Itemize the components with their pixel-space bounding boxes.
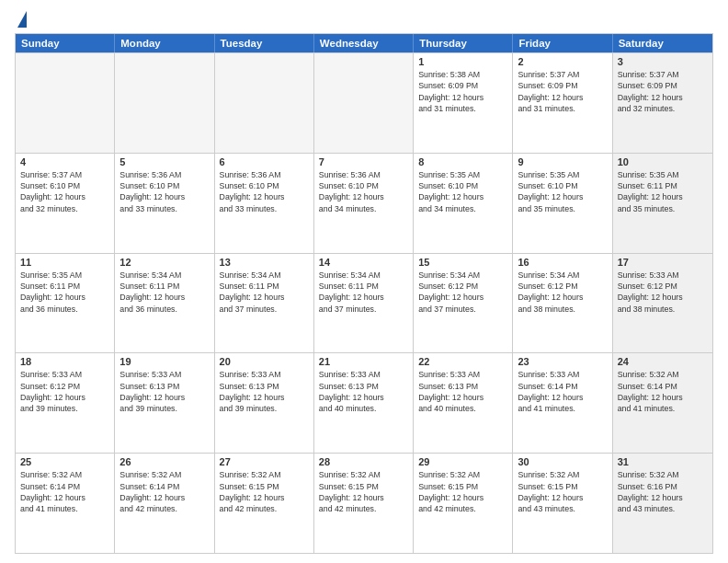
cell-info: Sunrise: 5:33 AM Sunset: 6:14 PM Dayligh… <box>518 369 607 414</box>
calendar-row: 4Sunrise: 5:37 AM Sunset: 6:10 PM Daylig… <box>16 153 712 253</box>
day-number: 16 <box>518 257 607 268</box>
calendar-header: SundayMondayTuesdayWednesdayThursdayFrid… <box>16 34 712 52</box>
calendar-cell: 18Sunrise: 5:33 AM Sunset: 6:12 PM Dayli… <box>16 353 115 453</box>
day-number: 10 <box>618 156 708 167</box>
cell-info: Sunrise: 5:32 AM Sunset: 6:15 PM Dayligh… <box>418 469 507 514</box>
day-number: 1 <box>418 56 507 67</box>
cell-info: Sunrise: 5:35 AM Sunset: 6:11 PM Dayligh… <box>618 169 708 214</box>
calendar-cell: 15Sunrise: 5:34 AM Sunset: 6:12 PM Dayli… <box>414 254 513 353</box>
calendar-cell: 2Sunrise: 5:37 AM Sunset: 6:09 PM Daylig… <box>513 53 612 153</box>
calendar-cell: 4Sunrise: 5:37 AM Sunset: 6:10 PM Daylig… <box>16 154 115 253</box>
calendar-cell: 26Sunrise: 5:32 AM Sunset: 6:14 PM Dayli… <box>115 454 214 553</box>
cell-info: Sunrise: 5:34 AM Sunset: 6:11 PM Dayligh… <box>319 270 408 315</box>
day-number: 9 <box>518 156 607 167</box>
cell-info: Sunrise: 5:32 AM Sunset: 6:15 PM Dayligh… <box>518 469 607 514</box>
calendar-cell: 3Sunrise: 5:37 AM Sunset: 6:09 PM Daylig… <box>613 53 712 153</box>
calendar-cell: 29Sunrise: 5:32 AM Sunset: 6:15 PM Dayli… <box>414 454 513 553</box>
cell-info: Sunrise: 5:34 AM Sunset: 6:12 PM Dayligh… <box>418 270 507 315</box>
day-number: 27 <box>220 456 309 467</box>
weekday-header: Sunday <box>16 34 115 52</box>
cell-info: Sunrise: 5:33 AM Sunset: 6:13 PM Dayligh… <box>418 369 507 414</box>
calendar-cell: 27Sunrise: 5:32 AM Sunset: 6:15 PM Dayli… <box>215 454 314 553</box>
day-number: 18 <box>20 356 109 367</box>
day-number: 22 <box>418 356 507 367</box>
day-number: 19 <box>119 356 209 367</box>
cell-info: Sunrise: 5:32 AM Sunset: 6:15 PM Dayligh… <box>319 469 408 514</box>
cell-info: Sunrise: 5:37 AM Sunset: 6:09 PM Dayligh… <box>618 69 708 114</box>
weekday-header: Monday <box>115 34 214 52</box>
cell-info: Sunrise: 5:34 AM Sunset: 6:11 PM Dayligh… <box>119 270 209 315</box>
day-number: 15 <box>418 257 507 268</box>
calendar-cell: 5Sunrise: 5:36 AM Sunset: 6:10 PM Daylig… <box>115 154 214 253</box>
calendar-row: 11Sunrise: 5:35 AM Sunset: 6:11 PM Dayli… <box>16 253 712 353</box>
day-number: 8 <box>418 156 507 167</box>
cell-info: Sunrise: 5:33 AM Sunset: 6:12 PM Dayligh… <box>618 270 708 315</box>
cell-info: Sunrise: 5:34 AM Sunset: 6:12 PM Dayligh… <box>518 270 607 315</box>
day-number: 3 <box>618 56 708 67</box>
day-number: 6 <box>220 156 309 167</box>
calendar-cell <box>115 53 214 153</box>
weekday-header: Thursday <box>414 34 513 52</box>
calendar-row: 18Sunrise: 5:33 AM Sunset: 6:12 PM Dayli… <box>16 352 712 453</box>
day-number: 7 <box>319 156 408 167</box>
weekday-header: Wednesday <box>314 34 414 52</box>
day-number: 21 <box>319 356 408 367</box>
header <box>15 11 713 28</box>
calendar-cell: 13Sunrise: 5:34 AM Sunset: 6:11 PM Dayli… <box>215 254 314 353</box>
calendar-cell: 9Sunrise: 5:35 AM Sunset: 6:10 PM Daylig… <box>513 154 612 253</box>
cell-info: Sunrise: 5:35 AM Sunset: 6:10 PM Dayligh… <box>518 169 607 214</box>
calendar-cell: 17Sunrise: 5:33 AM Sunset: 6:12 PM Dayli… <box>613 254 712 353</box>
calendar-cell: 7Sunrise: 5:36 AM Sunset: 6:10 PM Daylig… <box>314 154 414 253</box>
cell-info: Sunrise: 5:32 AM Sunset: 6:14 PM Dayligh… <box>618 369 708 414</box>
day-number: 13 <box>220 257 309 268</box>
cell-info: Sunrise: 5:36 AM Sunset: 6:10 PM Dayligh… <box>220 169 309 214</box>
calendar-cell: 28Sunrise: 5:32 AM Sunset: 6:15 PM Dayli… <box>314 454 414 553</box>
calendar-cell: 31Sunrise: 5:32 AM Sunset: 6:16 PM Dayli… <box>613 454 712 553</box>
day-number: 28 <box>319 456 408 467</box>
calendar-row: 25Sunrise: 5:32 AM Sunset: 6:14 PM Dayli… <box>16 453 712 553</box>
day-number: 23 <box>518 356 607 367</box>
calendar-cell <box>16 53 115 153</box>
cell-info: Sunrise: 5:33 AM Sunset: 6:13 PM Dayligh… <box>220 369 309 414</box>
calendar-cell: 6Sunrise: 5:36 AM Sunset: 6:10 PM Daylig… <box>215 154 314 253</box>
day-number: 14 <box>319 257 408 268</box>
calendar-cell: 12Sunrise: 5:34 AM Sunset: 6:11 PM Dayli… <box>115 254 214 353</box>
logo <box>15 11 27 28</box>
calendar-cell: 11Sunrise: 5:35 AM Sunset: 6:11 PM Dayli… <box>16 254 115 353</box>
calendar-cell <box>314 53 414 153</box>
calendar-cell: 19Sunrise: 5:33 AM Sunset: 6:13 PM Dayli… <box>115 353 214 453</box>
day-number: 25 <box>20 456 109 467</box>
cell-info: Sunrise: 5:37 AM Sunset: 6:10 PM Dayligh… <box>20 169 109 214</box>
calendar-cell: 25Sunrise: 5:32 AM Sunset: 6:14 PM Dayli… <box>16 454 115 553</box>
calendar-cell: 10Sunrise: 5:35 AM Sunset: 6:11 PM Dayli… <box>613 154 712 253</box>
day-number: 2 <box>518 56 607 67</box>
cell-info: Sunrise: 5:34 AM Sunset: 6:11 PM Dayligh… <box>220 270 309 315</box>
day-number: 24 <box>618 356 708 367</box>
day-number: 29 <box>418 456 507 467</box>
calendar-cell: 8Sunrise: 5:35 AM Sunset: 6:10 PM Daylig… <box>414 154 513 253</box>
calendar-cell: 16Sunrise: 5:34 AM Sunset: 6:12 PM Dayli… <box>513 254 612 353</box>
calendar-cell <box>215 53 314 153</box>
calendar-cell: 22Sunrise: 5:33 AM Sunset: 6:13 PM Dayli… <box>414 353 513 453</box>
calendar-cell: 20Sunrise: 5:33 AM Sunset: 6:13 PM Dayli… <box>215 353 314 453</box>
calendar-cell: 24Sunrise: 5:32 AM Sunset: 6:14 PM Dayli… <box>613 353 712 453</box>
day-number: 4 <box>20 156 109 167</box>
cell-info: Sunrise: 5:32 AM Sunset: 6:15 PM Dayligh… <box>220 469 309 514</box>
cell-info: Sunrise: 5:38 AM Sunset: 6:09 PM Dayligh… <box>418 69 507 114</box>
day-number: 31 <box>618 456 708 467</box>
calendar-cell: 30Sunrise: 5:32 AM Sunset: 6:15 PM Dayli… <box>513 454 612 553</box>
day-number: 17 <box>618 257 708 268</box>
day-number: 11 <box>20 257 109 268</box>
cell-info: Sunrise: 5:35 AM Sunset: 6:11 PM Dayligh… <box>20 270 109 315</box>
weekday-header: Saturday <box>613 34 712 52</box>
calendar-row: 1Sunrise: 5:38 AM Sunset: 6:09 PM Daylig… <box>16 52 712 153</box>
calendar-cell: 21Sunrise: 5:33 AM Sunset: 6:13 PM Dayli… <box>314 353 414 453</box>
cell-info: Sunrise: 5:33 AM Sunset: 6:12 PM Dayligh… <box>20 369 109 414</box>
cell-info: Sunrise: 5:36 AM Sunset: 6:10 PM Dayligh… <box>119 169 209 214</box>
day-number: 26 <box>119 456 209 467</box>
calendar-cell: 23Sunrise: 5:33 AM Sunset: 6:14 PM Dayli… <box>513 353 612 453</box>
calendar-cell: 1Sunrise: 5:38 AM Sunset: 6:09 PM Daylig… <box>414 53 513 153</box>
day-number: 5 <box>119 156 209 167</box>
cell-info: Sunrise: 5:35 AM Sunset: 6:10 PM Dayligh… <box>418 169 507 214</box>
cell-info: Sunrise: 5:33 AM Sunset: 6:13 PM Dayligh… <box>119 369 209 414</box>
